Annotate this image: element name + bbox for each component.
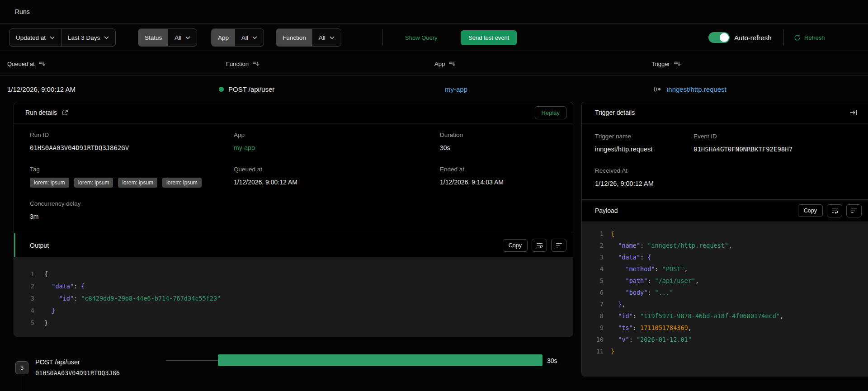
column-header-function[interactable]: Function bbox=[226, 52, 259, 76]
top-bar: Runs bbox=[0, 0, 868, 24]
sort-icon bbox=[448, 61, 456, 67]
tag-badge: lorem: ipsum bbox=[30, 178, 69, 188]
line-number: 9 bbox=[582, 322, 604, 334]
status-filter[interactable]: Status All bbox=[138, 28, 197, 47]
sort-field-select[interactable]: Updated at bbox=[9, 29, 61, 46]
line-number: 1 bbox=[14, 268, 34, 280]
word-wrap-button[interactable] bbox=[827, 204, 842, 217]
function-name: POST /api/user bbox=[228, 85, 274, 93]
sort-range-select[interactable]: Updated at Last 3 Days bbox=[9, 28, 116, 47]
field-duration: Duration 30s bbox=[440, 132, 463, 151]
webhook-icon bbox=[653, 86, 662, 92]
format-lines-icon bbox=[851, 208, 858, 213]
sort-field-label: Updated at bbox=[16, 34, 46, 41]
code-line: 3 "data": { bbox=[582, 251, 868, 263]
app-filter[interactable]: App All bbox=[211, 28, 264, 47]
format-lines-button[interactable] bbox=[551, 239, 566, 252]
code-line: 2 "data": { bbox=[14, 280, 573, 292]
line-number: 10 bbox=[582, 334, 604, 345]
cell-function[interactable]: POST /api/user bbox=[219, 76, 274, 102]
timeline-progress-bar[interactable] bbox=[218, 354, 542, 366]
line-number: 8 bbox=[582, 310, 604, 322]
code-line: 1{ bbox=[14, 268, 573, 280]
app-filter-value[interactable]: All bbox=[235, 29, 264, 46]
field-run-id: Run ID 01HS0AA03V04D91RTDQ3J862GV bbox=[30, 132, 129, 151]
timeline-function-name: POST /api/user bbox=[35, 358, 80, 366]
line-number: 4 bbox=[582, 263, 604, 275]
line-number: 5 bbox=[14, 317, 34, 329]
sort-icon bbox=[38, 61, 46, 67]
auto-refresh-label: Auto-refresh bbox=[734, 24, 772, 51]
cell-trigger-link[interactable]: inngest/http.request bbox=[653, 76, 726, 102]
output-code[interactable]: 1{2 "data": {3 "id": "c8429dd9-29b8-44e6… bbox=[14, 257, 573, 337]
field-queued-at: Queued at 1/12/2026, 9:00:12 AM bbox=[234, 166, 297, 186]
code-line: 1{ bbox=[582, 228, 868, 240]
chevron-down-icon bbox=[252, 36, 257, 39]
word-wrap-button[interactable] bbox=[532, 239, 547, 252]
trigger-details-fields: Trigger name inngest/http.request Event … bbox=[582, 123, 868, 199]
time-range-label: Last 3 Days bbox=[68, 34, 100, 41]
timeline-duration: 30s bbox=[547, 357, 557, 364]
code-line: 4 } bbox=[14, 305, 573, 317]
replay-button[interactable]: Replay bbox=[535, 106, 566, 119]
function-filter[interactable]: Function All bbox=[276, 28, 341, 47]
show-query-button[interactable]: Show Query bbox=[405, 24, 438, 51]
auto-refresh-toggle[interactable] bbox=[708, 32, 730, 43]
column-header-queued-at[interactable]: Queued at bbox=[7, 52, 46, 76]
tag-badges: lorem: ipsum lorem: ipsum lorem: ipsum l… bbox=[30, 178, 202, 188]
tag-badge: lorem: ipsum bbox=[118, 178, 157, 188]
function-filter-label: Function bbox=[276, 29, 312, 46]
sort-icon bbox=[252, 61, 259, 67]
format-lines-button[interactable] bbox=[846, 204, 862, 217]
external-link-icon[interactable] bbox=[62, 109, 68, 116]
run-details-panel: Run details Replay Run ID 01HS0AA03V04D9… bbox=[14, 102, 573, 337]
field-tag: Tag lorem: ipsum lorem: ipsum lorem: ips… bbox=[30, 166, 202, 188]
status-filter-value[interactable]: All bbox=[168, 29, 197, 46]
refresh-button[interactable]: Refresh bbox=[794, 24, 825, 51]
collapse-right-icon[interactable] bbox=[849, 109, 857, 116]
payload-code[interactable]: 1{2 "name": "inngest/http.request",3 "da… bbox=[582, 221, 868, 377]
app-link[interactable]: my-app bbox=[234, 144, 255, 151]
code-line: 5} bbox=[14, 317, 573, 329]
field-concurrency-delay: Concurrency delay 3m bbox=[30, 200, 81, 220]
function-filter-value[interactable]: All bbox=[312, 29, 341, 46]
column-header-trigger[interactable]: Trigger bbox=[651, 52, 681, 76]
line-number: 5 bbox=[582, 275, 604, 287]
code-line: 9 "ts": 1711051784369, bbox=[582, 322, 868, 334]
cell-app-link[interactable]: my-app bbox=[445, 76, 467, 102]
run-id-value: 01HS0AA03V04D91RTDQ3J862GV bbox=[30, 144, 129, 151]
field-app: App my-app bbox=[234, 132, 255, 151]
line-number: 2 bbox=[14, 280, 34, 292]
timeline-run-id: 01HS0AA03V04D91RTDQ3J86 bbox=[35, 369, 120, 377]
app-filter-label: App bbox=[212, 29, 235, 46]
code-line: 3 "id": "c8429dd9-29b8-44e6-b714-767d34c… bbox=[14, 292, 573, 305]
run-details-header: Run details Replay bbox=[14, 102, 573, 123]
field-trigger-name: Trigger name inngest/http.request bbox=[595, 133, 652, 153]
payload-title: Payload bbox=[595, 207, 618, 214]
sort-icon bbox=[674, 61, 681, 67]
line-number: 1 bbox=[582, 228, 604, 240]
page-title: Runs bbox=[15, 8, 30, 15]
toggle-knob bbox=[720, 33, 729, 42]
copy-payload-button[interactable]: Copy bbox=[798, 204, 823, 217]
code-line: 10 "v": "2026-01-12.01" bbox=[582, 334, 868, 345]
timeline-connector-line bbox=[166, 360, 218, 361]
timeline-step-badge[interactable]: 3 bbox=[15, 361, 28, 374]
table-row[interactable]: 1/12/2026, 9:00:12 AM POST /api/user my-… bbox=[0, 76, 868, 102]
code-line: 11} bbox=[582, 345, 868, 357]
copy-output-button[interactable]: Copy bbox=[503, 239, 528, 252]
refresh-icon bbox=[794, 34, 801, 41]
status-dot bbox=[219, 87, 224, 92]
field-ended-at: Ended at 1/12/2026, 9:14:03 AM bbox=[440, 166, 504, 186]
send-test-event-button[interactable]: Send test event bbox=[461, 30, 517, 45]
code-line: 4 "method": "POST", bbox=[582, 263, 868, 275]
chevron-down-icon bbox=[50, 36, 55, 39]
column-header-app[interactable]: App bbox=[434, 52, 456, 76]
runs-table-header: Queued at Function App Trigger bbox=[0, 52, 868, 76]
time-range-select[interactable]: Last 3 Days bbox=[61, 29, 115, 46]
filter-divider bbox=[783, 29, 784, 46]
line-number: 7 bbox=[582, 298, 604, 310]
output-header: Output Copy bbox=[14, 233, 573, 257]
tag-badge: lorem: ipsum bbox=[162, 178, 202, 188]
line-number: 3 bbox=[14, 292, 34, 305]
